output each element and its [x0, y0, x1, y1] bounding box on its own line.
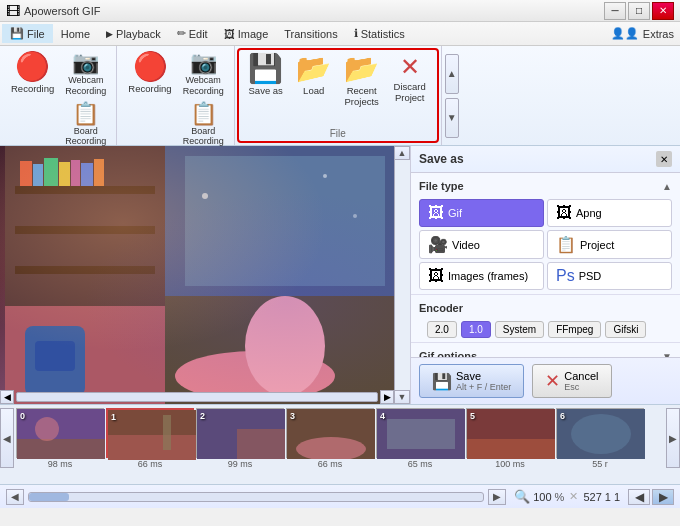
board2-icon: 📋 — [190, 103, 217, 125]
filmstrip-left-arrow[interactable]: ◀ — [0, 408, 14, 468]
canvas-scrollbar-area: ▲ ▼ — [394, 146, 410, 404]
file-type-video[interactable]: 🎥 Video — [419, 230, 544, 259]
svg-rect-32 — [237, 429, 285, 459]
menu-transitions[interactable]: Transitions — [276, 25, 345, 43]
scroll-right-button[interactable]: ▶ — [488, 489, 506, 505]
svg-rect-36 — [387, 419, 455, 449]
frame-2[interactable]: 2 99 ms — [196, 408, 284, 469]
encoder-system-button[interactable]: System — [495, 321, 544, 338]
bottom-scrollbar[interactable] — [28, 492, 484, 502]
menu-file[interactable]: 💾 File — [2, 24, 53, 43]
statistics-menu-label: Statistics — [361, 28, 405, 40]
file-type-title: File type — [419, 180, 464, 192]
window-controls: ─ □ ✕ — [604, 2, 674, 20]
menu-edit[interactable]: ✏ Edit — [169, 24, 216, 43]
encoder-ffmpeg-button[interactable]: FFmpeg — [548, 321, 601, 338]
frame-box-0: 0 — [16, 408, 104, 458]
menu-home[interactable]: Home — [53, 25, 98, 43]
save-btn-sub: Alt + F / Enter — [456, 382, 511, 392]
frame-3-index: 3 — [290, 411, 295, 421]
ribbon-scroll-up[interactable]: ▲ — [445, 54, 459, 94]
save-button[interactable]: 💾 Save Alt + F / Enter — [419, 364, 524, 398]
svg-point-27 — [35, 417, 59, 441]
recording2-button[interactable]: 🔴 Recording — [123, 50, 176, 97]
psd-label: PSD — [579, 270, 602, 282]
encoder-gifski-button[interactable]: Gifski — [605, 321, 646, 338]
webcam-recording-button[interactable]: 📷 WebcamRecording — [61, 50, 110, 99]
menu-bar: 💾 File Home ▶ Playback ✏ Edit 🖼 Image Tr… — [0, 22, 680, 46]
frame-3[interactable]: 3 66 ms — [286, 408, 374, 469]
load-icon: 📂 — [296, 55, 331, 83]
ribbon: 🔴 Recording 📷 WebcamRecording 📋 BoardRec… — [0, 46, 680, 146]
board-recording2-button[interactable]: 📋 BoardRecording — [179, 101, 228, 150]
panel-close-button[interactable]: ✕ — [656, 151, 672, 167]
canvas-hscroll[interactable] — [16, 392, 378, 402]
canvas-right-arrow[interactable]: ▶ — [380, 390, 394, 404]
file-type-psd[interactable]: Ps PSD — [547, 262, 672, 290]
app-title: Apowersoft GIF — [24, 5, 604, 17]
panel-actions: 💾 Save Alt + F / Enter ✕ Cancel Esc — [411, 357, 680, 404]
canvas-left-arrow[interactable]: ◀ — [0, 390, 14, 404]
frame-6[interactable]: 6 55 r — [556, 408, 644, 469]
ribbon-group-new: 🔴 Recording 📷 WebcamRecording 📋 BoardRec… — [0, 46, 117, 145]
ribbon-group-file: 💾 Save as 📂 Load 📂 RecentProjects ✕ Disc… — [237, 48, 439, 143]
canvas-scroll-down[interactable]: ▼ — [394, 390, 410, 404]
nav-forward-button[interactable]: ▶ — [652, 489, 674, 505]
recording-button[interactable]: 🔴 Recording — [6, 50, 59, 97]
zoom-percent: 100 — [533, 491, 551, 503]
board-recording-button[interactable]: 📋 BoardRecording — [61, 101, 110, 150]
menu-playback[interactable]: ▶ Playback — [98, 25, 169, 43]
ribbon-scroll-down[interactable]: ▼ — [445, 98, 459, 138]
minimize-button[interactable]: ─ — [604, 2, 626, 20]
gif-options-header[interactable]: Gif options ▼ — [419, 347, 672, 357]
webcam-recording2-button[interactable]: 📷 WebcamRecording — [179, 50, 228, 99]
load-button[interactable]: 📂 Load — [291, 52, 337, 99]
menu-statistics[interactable]: ℹ Statistics — [346, 24, 413, 43]
recent-projects-button[interactable]: 📂 RecentProjects — [339, 52, 385, 111]
save-as-button[interactable]: 💾 Save as — [243, 52, 289, 99]
file-type-section: File type ▲ 🖼 Gif 🖼 Apng 🎥 — [411, 173, 680, 295]
frame-box-3: 3 — [286, 408, 374, 458]
file-type-gif[interactable]: 🖼 Gif — [419, 199, 544, 227]
maximize-button[interactable]: □ — [628, 2, 650, 20]
cancel-btn-text: Cancel Esc — [564, 370, 598, 392]
title-bar: 🎞 Apowersoft GIF ─ □ ✕ — [0, 0, 680, 22]
user-icon: 👤👤 — [611, 27, 639, 40]
edit-menu-label: Edit — [189, 28, 208, 40]
frame-3-ms: 66 ms — [318, 459, 343, 469]
frame-0-index: 0 — [20, 411, 25, 421]
filmstrip-wrapper: ◀ 0 98 ms 1 66 ms — [0, 407, 680, 469]
cancel-button[interactable]: ✕ Cancel Esc — [532, 364, 611, 398]
apng-label: Apng — [576, 207, 602, 219]
file-type-header[interactable]: File type ▲ — [419, 177, 672, 195]
encoder-title: Encoder — [419, 302, 463, 314]
encoder-1-button[interactable]: 1.0 — [461, 321, 491, 338]
canvas-image — [0, 146, 410, 404]
file-type-project[interactable]: 📋 Project — [547, 230, 672, 259]
encoder-header[interactable]: Encoder — [419, 299, 672, 317]
filmstrip-right-arrow[interactable]: ▶ — [666, 408, 680, 468]
frame-4[interactable]: 4 65 ms — [376, 408, 464, 469]
save-btn-text: Save Alt + F / Enter — [456, 370, 511, 392]
save-btn-label: Save — [456, 370, 511, 382]
menu-image[interactable]: 🖼 Image — [216, 25, 277, 43]
zoom-area: 🔍 100 % ✕ 527 1 1 — [514, 489, 620, 504]
frame-5[interactable]: 5 100 ms — [466, 408, 554, 469]
file-group-label: File — [330, 128, 346, 139]
zoom-icon[interactable]: 🔍 — [514, 489, 530, 504]
frame-1[interactable]: 1 66 ms — [106, 408, 194, 469]
encoder-2-button[interactable]: 2.0 — [427, 321, 457, 338]
playback-menu-label: Playback — [116, 28, 161, 40]
frames-row: 0 98 ms 1 66 ms 2 99 ms — [14, 408, 666, 469]
file-type-images[interactable]: 🖼 Images (frames) — [419, 262, 544, 290]
file-type-apng[interactable]: 🖼 Apng — [547, 199, 672, 227]
playback-menu-icon: ▶ — [106, 29, 113, 39]
frame-0[interactable]: 0 98 ms — [16, 408, 104, 469]
close-button[interactable]: ✕ — [652, 2, 674, 20]
discard-project-button[interactable]: ✕ DiscardProject — [387, 52, 433, 107]
extras-label[interactable]: Extras — [643, 28, 674, 40]
canvas-scroll-up[interactable]: ▲ — [394, 146, 410, 160]
canvas-scrollbar[interactable] — [394, 160, 410, 390]
scroll-left-button[interactable]: ◀ — [6, 489, 24, 505]
nav-back-button[interactable]: ◀ — [628, 489, 650, 505]
